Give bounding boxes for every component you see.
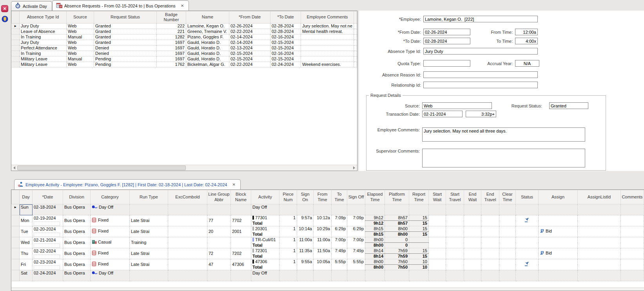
row-selector[interactable] <box>12 35 20 40</box>
absence-row[interactable]: Jury DutyWebGranted1697Gauld, Horatio D.… <box>12 40 357 45</box>
from-date-input[interactable] <box>423 29 470 35</box>
cell-category[interactable]: Fixed <box>91 215 130 226</box>
cell-end-wait[interactable] <box>464 248 481 259</box>
row-selector[interactable]: ► <box>12 24 20 29</box>
column-header[interactable]: Sign On <box>297 190 314 204</box>
cell-exccombold[interactable] <box>168 226 207 237</box>
cell-from-date[interactable]: 02-22-2024 <box>229 29 270 35</box>
absence-row[interactable]: Leave of AbsenceWebGranted221Greeno, Tre… <box>12 29 357 35</box>
activity-row-dayoff[interactable]: ►Sun02-18-2024Bus Opera Day OffDay Off <box>12 204 644 215</box>
column-header[interactable]: End Wait <box>464 190 481 204</box>
cell-from-date[interactable]: 02-26-2024 <box>229 24 270 29</box>
activity-row-dayoff[interactable]: Sat02-24-2024Bus Opera Day OffDay Off <box>12 270 644 281</box>
bottom-horizontal-scrollbar[interactable] <box>11 287 644 291</box>
cell-total-label[interactable]: Total <box>251 265 279 270</box>
cell-to-date[interactable]: 02-28-2024 <box>270 29 301 35</box>
cell-name[interactable]: Gauld, Horatio D. <box>186 51 229 56</box>
cell-sign-off[interactable] <box>347 243 365 248</box>
to-date-input[interactable] <box>423 38 470 44</box>
cell-end-travel[interactable] <box>481 204 499 215</box>
cell-source[interactable]: Web <box>67 29 94 35</box>
cell-badge[interactable]: 222 <box>157 24 186 29</box>
cell-sign-off[interactable] <box>347 221 365 226</box>
tab-absence-requests[interactable]: Absence Requests - From 02-15-2024 to | … <box>52 0 189 11</box>
cell-to-time[interactable]: 7:00p <box>332 237 347 243</box>
cell-category[interactable]: Day Off <box>91 270 130 281</box>
cell-from-time[interactable] <box>314 221 332 226</box>
cell-comments[interactable] <box>621 270 644 281</box>
cell-exccombold[interactable] <box>168 270 207 281</box>
cell-piece[interactable]: 1 <box>279 215 297 221</box>
cell-assignlistid[interactable] <box>578 259 621 270</box>
cell-total-platform[interactable]: 0 <box>385 243 409 248</box>
cell-sign-on[interactable] <box>297 232 314 237</box>
cell-total-report[interactable] <box>409 243 429 248</box>
cell-date[interactable]: 02-21-2024 <box>33 237 63 248</box>
cell-status[interactable]: Pending <box>94 62 157 67</box>
cell-day[interactable]: Sun <box>20 204 33 215</box>
cell-elapsed[interactable]: 8h00 <box>365 259 385 265</box>
cell-from-time[interactable] <box>314 254 332 259</box>
column-header[interactable]: To Time <box>332 190 347 204</box>
cell-piece[interactable] <box>279 254 297 259</box>
column-header[interactable]: End Travel <box>481 190 499 204</box>
scrollbar-track[interactable] <box>17 165 351 171</box>
cell-type[interactable]: Military Leave <box>20 56 67 62</box>
absence-row[interactable]: ►Jury DutyWebGranted222Lamoine, Kegan O.… <box>12 24 357 29</box>
scrollbar-thumb[interactable] <box>17 166 186 170</box>
cell-line-group[interactable]: 47 <box>207 259 231 270</box>
cell-start-wait[interactable] <box>429 270 446 281</box>
column-header[interactable]: *Date <box>33 190 63 204</box>
cell-report[interactable] <box>409 204 429 215</box>
row-selector[interactable] <box>12 51 20 56</box>
column-header[interactable]: Platform Time <box>385 190 409 204</box>
cell-to-time[interactable]: 5:55p <box>332 259 347 265</box>
cell-sign-on[interactable]: 10:14a <box>297 226 314 232</box>
cell-to-date[interactable]: 02-15-2024 <box>270 56 301 62</box>
cell-division[interactable]: Bus Opera <box>63 270 91 281</box>
absence-reason-input[interactable] <box>423 71 538 78</box>
cell-platform[interactable]: 8h00 <box>385 226 409 232</box>
cell-division[interactable]: Bus Opera <box>63 215 91 226</box>
activity-row[interactable]: Fri02-23-2024Bus Opera FixedLate Strai47… <box>12 259 644 265</box>
cell-sign-off[interactable]: 7:00p <box>347 237 365 243</box>
cell-block[interactable]: 2001 <box>231 226 251 237</box>
column-header[interactable]: Absence Type Id <box>20 11 67 24</box>
cell-comments[interactable] <box>621 237 644 248</box>
cell-assignlistid[interactable] <box>578 226 621 237</box>
cell-from-time[interactable] <box>314 265 332 270</box>
cell-division[interactable]: Bus Opera <box>63 226 91 237</box>
tab-employee-activity[interactable]: Employee Activity - Employee: Pizano, Go… <box>14 179 241 189</box>
cell-assign[interactable]: Bid <box>539 248 578 259</box>
cell-end-wait[interactable] <box>464 215 481 226</box>
cell-from-time[interactable]: 11:00a <box>314 237 332 243</box>
activity-row[interactable]: Wed02-21-2024Bus Opera CasualTrainingTR-… <box>12 237 644 243</box>
column-header[interactable]: Day <box>20 190 33 204</box>
cell-from-time[interactable]: 11:50a <box>314 248 332 254</box>
cell-end-travel[interactable] <box>481 248 499 259</box>
cell-category[interactable]: Casual <box>91 237 130 248</box>
cell-status[interactable]: Denied <box>94 51 157 56</box>
cell-day[interactable]: Tue <box>20 226 33 237</box>
cell-comments[interactable] <box>621 259 644 270</box>
column-header[interactable]: Employee Comments <box>301 11 354 24</box>
cell-to-time[interactable] <box>332 265 347 270</box>
cell-status[interactable] <box>516 215 539 226</box>
request-status-input[interactable] <box>549 102 588 109</box>
cell-status[interactable] <box>516 237 539 248</box>
cell-comments[interactable] <box>621 215 644 226</box>
cell-to-date[interactable]: 02-24-2024 <box>270 62 301 67</box>
activity-row[interactable]: Tue02-20-2024Bus Opera FixedLate Strai20… <box>12 226 644 232</box>
cell-badge[interactable]: 1762 <box>157 62 186 67</box>
tab-close-icon[interactable]: ✕ <box>181 4 184 8</box>
cell-category[interactable]: Fixed <box>91 259 130 270</box>
cell-piece[interactable] <box>279 265 297 270</box>
cell-sign-on[interactable] <box>297 204 314 215</box>
cell-clear-time[interactable] <box>499 215 516 226</box>
column-header[interactable]: *To Date <box>270 11 301 24</box>
cell-end-travel[interactable] <box>481 226 499 237</box>
column-header[interactable]: Comments <box>621 190 644 204</box>
cell-end-travel[interactable] <box>481 270 499 281</box>
from-time-input[interactable] <box>515 29 538 35</box>
cell-sign-off[interactable]: 7:09p <box>347 215 365 221</box>
